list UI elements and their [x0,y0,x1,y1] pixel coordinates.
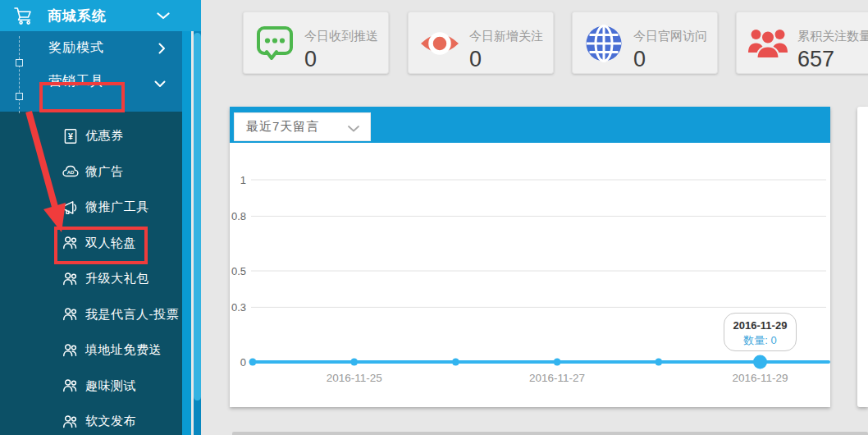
app-title: 商城系统 [48,7,107,25]
sidebar-submenu-item-label: 软文发布 [85,414,136,429]
people-icon [62,377,80,395]
sidebar-submenu-item-8[interactable]: 软文发布 [0,404,182,435]
stat-card-0: 今日收到推送0 [243,11,389,74]
users-icon [747,23,788,64]
sidebar-submenu-item-label: 升级大礼包 [85,271,149,286]
x-axis-tick-label: 2016-11-27 [529,372,585,384]
stat-card-2: 今日官网访问0 [572,11,718,74]
y-axis-tick-label: 0.3 [231,301,246,314]
chart-range-select[interactable]: 最近7天留言 [234,112,371,141]
y-axis-tick-label: 0 [240,356,246,369]
chevron-down-icon [154,76,166,91]
sidebar-submenu-item-2[interactable]: 微推广工具 [0,190,182,226]
tree-guide-line [19,36,20,113]
bottom-panel-edge [232,432,868,435]
right-clipped-panel [857,107,868,407]
sidebar-submenu-item-label: 填地址免费送 [85,342,162,358]
stat-value: 0 [304,47,378,72]
y-axis-tick-label: 1 [240,174,246,186]
x-axis-tick-label: 2016-11-25 [327,372,382,384]
sidebar-submenu: ¥优惠券AD微广告微推广工具双人轮盘升级大礼包我是代言人-投票填地址免费送趣味测… [0,112,182,435]
sidebar-submenu-item-label: 我是代言人-投票 [85,307,179,323]
stat-label: 今日新增关注 [469,29,543,44]
sidebar-submenu-item-label: 优惠券 [85,128,124,144]
chart-panel-header: 最近7天留言 [230,107,830,143]
people-icon [62,413,80,431]
tree-node [16,59,23,66]
sidebar-submenu-item-label: 趣味测试 [85,378,136,394]
annotation-box-marketing-tools [39,82,125,112]
shopping-cart-icon [13,6,34,25]
tree-node [16,93,23,100]
people-icon [62,341,80,359]
chart-point[interactable] [350,359,358,366]
chart-point[interactable] [554,359,561,366]
line-chart: 00.30.50.812016-11-252016-11-272016-11-2… [230,143,830,407]
sidebar-submenu-item-4[interactable]: 升级大礼包 [0,261,182,297]
ad-cloud-icon: AD [62,163,80,181]
sidebar-submenu-item-1[interactable]: AD微广告 [0,154,182,190]
stat-value: 657 [797,47,868,72]
chevron-down-icon [348,126,359,132]
stat-card-1: 今日新增关注0 [408,11,554,74]
sidebar-submenu-item-0[interactable]: ¥优惠券 [0,118,182,154]
sidebar-scrollbar-track [182,31,191,435]
sidebar-menu-item-0[interactable]: 奖励模式 [0,31,182,65]
stat-label: 今日收到推送 [304,29,378,44]
chart-tooltip: 2016-11-29 数量: 0 [724,313,797,351]
chart-point[interactable] [655,359,662,366]
people-icon [62,305,80,323]
stat-label: 今日官网访问 [633,29,707,44]
stat-label: 累积关注数量 [797,29,868,44]
y-axis-tick-label: 0.5 [231,265,246,277]
stat-value: 0 [633,47,707,72]
chart-point-highlighted[interactable] [753,355,767,369]
chart-tooltip-date: 2016-11-29 [724,319,796,332]
sidebar-submenu-item-7[interactable]: 趣味测试 [0,369,182,405]
stat-card-3: 累积关注数量657 [736,11,868,74]
sidebar-submenu-item-label: 微推广工具 [85,199,149,215]
annotation-box-duo-roulette [54,227,148,264]
coupon-icon: ¥ [62,127,80,145]
sidebar-submenu-item-5[interactable]: 我是代言人-投票 [0,297,182,333]
chart-range-select-value: 最近7天留言 [246,119,319,135]
sidebar-scrollbar-thumb[interactable] [194,33,201,401]
people-icon [62,270,80,288]
svg-text:¥: ¥ [68,131,73,140]
chart-point[interactable] [249,359,257,366]
globe-icon [583,23,624,64]
chart-point[interactable] [452,359,459,366]
megaphone-icon [62,199,80,217]
eye-icon [419,23,460,64]
sidebar-header[interactable]: 商城系统 [0,0,201,31]
sidebar-submenu-item-6[interactable]: 填地址免费送 [0,332,182,369]
chart-tooltip-value: 数量: 0 [724,333,796,348]
chevron-right-icon [158,43,166,57]
chart-panel: 最近7天留言 00.30.50.812016-11-252016-11-2720… [230,107,830,407]
x-axis-tick-label: 2016-11-29 [732,372,788,384]
sidebar-submenu-item-label: 微广告 [85,164,124,180]
svg-text:AD: AD [67,170,75,175]
sidebar-menu-item-label: 奖励模式 [48,39,104,57]
stat-value: 0 [469,47,543,72]
chat-bubble-icon [254,23,295,64]
y-axis-tick-label: 0.8 [231,210,246,222]
chevron-down-icon [157,12,170,20]
